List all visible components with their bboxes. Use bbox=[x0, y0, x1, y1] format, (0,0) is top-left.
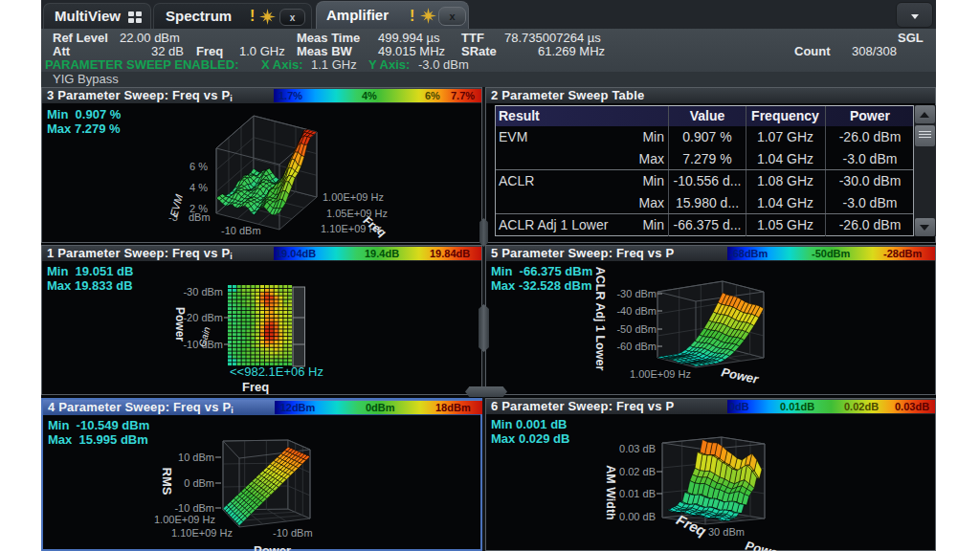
svg-text:EVM: EVM bbox=[167, 192, 185, 218]
svg-text:6 %: 6 % bbox=[189, 161, 208, 172]
svg-text:-10 dBm: -10 dBm bbox=[174, 502, 214, 514]
svg-text:-40 dBm: -40 dBm bbox=[616, 305, 657, 317]
svg-text:ACLR Adj 1 Lower: ACLR Adj 1 Lower bbox=[593, 267, 607, 371]
svg-text:1.10E+09 Hz: 1.10E+09 Hz bbox=[171, 527, 233, 539]
svg-text:10 dBm: 10 dBm bbox=[178, 452, 214, 463]
svg-text:Power: Power bbox=[720, 364, 760, 386]
svg-text:Power: Power bbox=[254, 543, 291, 551]
svg-text:-10 dBm: -10 dBm bbox=[221, 225, 261, 236]
svg-text:1.00E+09 Hz: 1.00E+09 Hz bbox=[323, 191, 384, 203]
svg-text:0.03 dB: 0.03 dB bbox=[619, 443, 656, 454]
svg-text:Power: Power bbox=[173, 307, 187, 342]
svg-text:Freq: Freq bbox=[242, 380, 269, 394]
svg-text:1.05E+09 Hz: 1.05E+09 Hz bbox=[326, 208, 388, 219]
svg-text:30 dBm: 30 dBm bbox=[708, 526, 745, 538]
svg-text:0.00 dB: 0.00 dB bbox=[619, 511, 656, 522]
svg-text:0 dBm: 0 dBm bbox=[184, 477, 214, 489]
svg-text:4 %: 4 % bbox=[189, 182, 208, 193]
svg-text:-20 dBm: -20 dBm bbox=[183, 312, 223, 323]
svg-text:1.00E+09 Hz: 1.00E+09 Hz bbox=[630, 368, 691, 380]
svg-text:0.02 dB: 0.02 dB bbox=[619, 466, 656, 477]
svg-text:dBm: dBm bbox=[189, 211, 211, 223]
svg-text:0.01 dB: 0.01 dB bbox=[619, 488, 656, 499]
svg-text:RMS: RMS bbox=[160, 468, 174, 496]
svg-text:-30 dBm: -30 dBm bbox=[183, 286, 223, 298]
svg-text:-50 dBm: -50 dBm bbox=[616, 323, 657, 335]
svg-text:-10 dBm: -10 dBm bbox=[273, 527, 313, 539]
svg-text:<<982.1E+06 Hz: <<982.1E+06 Hz bbox=[230, 364, 323, 379]
svg-text:Power: Power bbox=[744, 539, 784, 551]
svg-text:-30 dBm: -30 dBm bbox=[616, 288, 657, 299]
svg-text:1.00E+09 Hz: 1.00E+09 Hz bbox=[154, 514, 215, 525]
svg-text:-60 dBm: -60 dBm bbox=[616, 341, 657, 352]
svg-text:AM Width: AM Width bbox=[604, 465, 617, 520]
